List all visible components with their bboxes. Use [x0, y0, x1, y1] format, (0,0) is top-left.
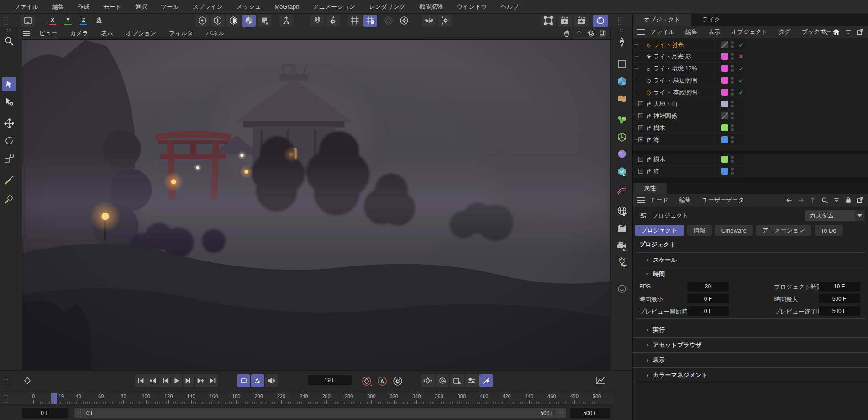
layer-color-swatch[interactable] — [721, 136, 728, 143]
live-selection-tool-button[interactable] — [2, 77, 16, 91]
layer-color-swatch[interactable] — [721, 65, 728, 72]
am-menu-item[interactable]: モード — [645, 196, 674, 204]
om-detach-button[interactable] — [856, 28, 864, 36]
lock-z-axis-button[interactable]: Z — [77, 15, 90, 27]
render-settings-button[interactable] — [574, 15, 589, 27]
goto-start-button[interactable] — [135, 374, 147, 387]
number-field[interactable]: 0 F — [687, 294, 729, 303]
menu-item[interactable]: スプライン — [185, 3, 230, 11]
menu-item[interactable]: ファイル — [7, 3, 45, 11]
am-detach-button[interactable] — [856, 196, 864, 204]
menu-item[interactable]: モード — [96, 3, 128, 11]
model-mode-button[interactable] — [242, 15, 256, 27]
menu-item[interactable]: ツール — [154, 3, 186, 11]
om-home-button[interactable] — [832, 28, 841, 36]
om-menu-item[interactable]: ファイル — [645, 28, 680, 36]
visibility-dots[interactable] — [731, 124, 734, 131]
viewport-menu-item[interactable]: ビュー — [33, 29, 64, 37]
object-name[interactable]: 神社関係 — [653, 112, 721, 120]
viewport-menu-item[interactable]: オプション — [120, 29, 163, 37]
enabled-state-icon[interactable] — [737, 65, 745, 72]
menu-item[interactable]: 作成 — [71, 3, 96, 11]
record-keyframe-button[interactable] — [360, 374, 374, 388]
layer-color-swatch[interactable] — [721, 53, 728, 60]
object-name[interactable]: ライト月光 影 — [653, 53, 721, 61]
object-row[interactable]: 海 — [633, 165, 745, 177]
expand-toggle-icon[interactable] — [638, 137, 643, 142]
section-time[interactable]: 時間 — [633, 268, 868, 281]
am-menu-item[interactable]: 編集 — [674, 196, 697, 204]
om-menu-icon[interactable] — [637, 29, 645, 35]
visibility-dots[interactable] — [731, 168, 734, 175]
layer-color-swatch[interactable] — [721, 101, 728, 107]
viewport-menu-item[interactable]: 表示 — [95, 29, 120, 37]
polygon-mode-button[interactable] — [226, 15, 240, 27]
menu-item[interactable]: 選択 — [128, 3, 154, 11]
visibility-dots[interactable] — [731, 65, 734, 72]
object-row[interactable]: ライト月光 影 — [633, 51, 745, 63]
layer-color-swatch[interactable] — [721, 41, 728, 48]
expand-toggle-icon[interactable] — [638, 101, 643, 106]
object-name[interactable]: 樹木 — [653, 124, 721, 132]
object-name[interactable]: ライト射光 — [653, 41, 721, 49]
enabled-state-icon[interactable] — [737, 89, 745, 96]
visibility-dots[interactable] — [731, 101, 734, 107]
volume-object-button[interactable]: ST — [615, 164, 629, 179]
viewport-menu-item[interactable]: パネル — [200, 29, 231, 37]
object-row[interactable]: 樹木 — [633, 154, 745, 165]
menu-item[interactable]: メッシュ — [230, 3, 268, 11]
keyframe-all-button[interactable] — [21, 374, 34, 387]
expand-toggle-icon[interactable] — [638, 169, 643, 174]
attribute-tab[interactable]: To Do — [815, 225, 843, 236]
am-filter-button[interactable] — [832, 196, 841, 204]
object-row[interactable]: ライト射光 — [633, 39, 745, 51]
stage-object-button[interactable] — [615, 221, 629, 236]
om-menu-item[interactable]: タグ — [773, 28, 796, 36]
sound-toggle-button[interactable] — [265, 374, 278, 387]
key-filter-button[interactable] — [479, 374, 493, 387]
viewport-canvas[interactable] — [22, 39, 610, 370]
light-object-button[interactable]: ST — [615, 255, 629, 270]
cube-object-button[interactable] — [615, 74, 629, 89]
attribute-tab[interactable]: アニメーション — [756, 225, 811, 236]
camera-object-button[interactable]: ST — [615, 239, 629, 253]
ruler-grip[interactable] — [4, 394, 8, 403]
object-row[interactable]: 神社関係 — [633, 110, 745, 122]
timeline-ruler[interactable]: 19 0406080100120140160180200220240260280… — [0, 392, 614, 404]
lock-y-axis-button[interactable]: Y — [61, 15, 75, 27]
play-button[interactable] — [171, 374, 182, 387]
render-gear-button[interactable] — [397, 15, 411, 27]
lock-workplane-button[interactable] — [363, 15, 377, 27]
menu-item[interactable]: 編集 — [45, 3, 71, 11]
section-scale[interactable]: スケール — [633, 253, 868, 267]
goto-end-button[interactable] — [206, 374, 218, 387]
object-row[interactable]: 大地・山 — [633, 98, 745, 110]
expand-toggle-icon[interactable] — [638, 125, 643, 130]
toolbar-grip-right[interactable] — [617, 16, 622, 25]
rotate-tool-button[interactable] — [2, 133, 16, 148]
symmetry-button[interactable] — [422, 15, 436, 27]
plane-object-button[interactable] — [615, 57, 629, 71]
prev-frame-button[interactable] — [159, 374, 170, 387]
visibility-dots[interactable] — [731, 89, 734, 96]
enabled-state-icon[interactable] — [737, 41, 745, 48]
toolbar-grip[interactable] — [4, 16, 8, 25]
prev-key-button[interactable] — [147, 374, 158, 387]
layer-color-swatch[interactable] — [721, 168, 728, 175]
object-name[interactable]: 海 — [653, 136, 721, 144]
cloth-object-button[interactable] — [615, 91, 629, 106]
object-row[interactable]: ライト環境 12% — [633, 63, 745, 74]
number-field[interactable]: 500 F — [819, 306, 860, 316]
menu-item[interactable]: ヘルプ — [494, 3, 526, 11]
visibility-dots[interactable] — [731, 112, 734, 119]
target-button[interactable] — [382, 15, 395, 27]
point-mode-button[interactable] — [195, 15, 209, 27]
toggle-views-button[interactable] — [598, 28, 608, 38]
object-row[interactable]: 海 — [633, 134, 745, 146]
om-filter-button[interactable] — [844, 28, 852, 36]
material-preview-button[interactable] — [593, 15, 608, 27]
timeline-grip[interactable] — [4, 376, 8, 384]
key-rotation-button[interactable] — [436, 374, 449, 387]
collapsed-section[interactable]: 実行 — [633, 323, 868, 338]
object-row[interactable]: ライト 鳥居照明 — [633, 74, 745, 86]
